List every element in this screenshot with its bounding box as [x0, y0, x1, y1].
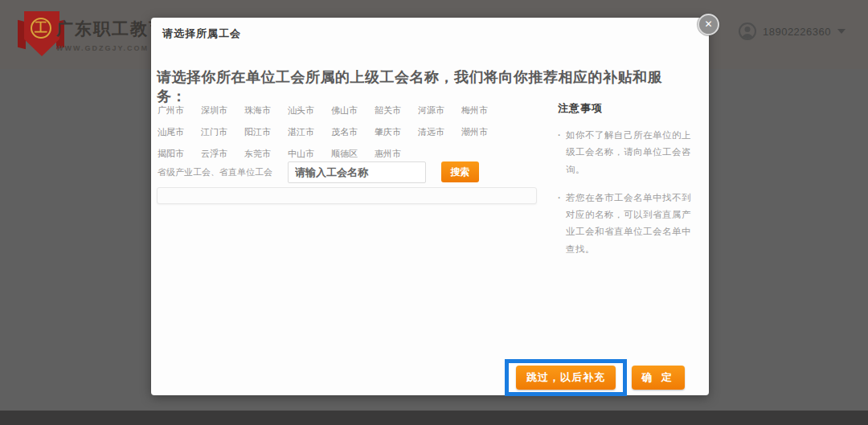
notes-panel: 注意事项 如你不了解自己所在单位的上级工会名称，请向单位工会咨询。 若您在各市工… [558, 101, 699, 269]
search-results-box [157, 187, 537, 204]
note-item: 若您在各市工会名单中找不到对应的名称，可以到省直属产业工会和省直单位工会名单中查… [558, 190, 699, 258]
city-link[interactable]: 云浮市 [201, 148, 244, 160]
user-account-dropdown[interactable]: 18902226360 [739, 22, 845, 40]
brand-block: 广东职工教育 WWW.GDZGJY.COM [56, 18, 157, 52]
brand-url: WWW.GDZGJY.COM [56, 44, 157, 52]
confirm-button[interactable]: 确 定 [632, 366, 685, 390]
provincial-union-label[interactable]: 省级产业工会、省直单位工会 [158, 166, 288, 178]
city-link[interactable]: 深圳市 [201, 104, 244, 116]
logo-gong-glyph: 工 [31, 18, 51, 39]
city-link[interactable]: 中山市 [288, 148, 331, 160]
city-link[interactable]: 潮州市 [461, 126, 505, 138]
skip-fill-later-button[interactable]: 跳过，以后补充 [516, 366, 616, 390]
page: 工 广东职工教育 WWW.GDZGJY.COM 18902226360 请选择所… [0, 0, 868, 425]
union-select-modal: 请选择所属工会 请选择你所在单位工会所属的上级工会名称，我们将向你推荐相应的补贴… [151, 18, 709, 395]
user-avatar-icon [739, 22, 756, 40]
city-link[interactable]: 肇庆市 [375, 126, 418, 138]
city-link[interactable]: 顺德区 [331, 148, 375, 160]
modal-title: 请选择所属工会 [162, 27, 241, 41]
city-link[interactable]: 茂名市 [331, 126, 375, 138]
city-link[interactable]: 梅州市 [461, 104, 505, 116]
note-item: 如你不了解自己所在单位的上级工会名称，请向单位工会咨询。 [558, 127, 699, 178]
city-link[interactable]: 惠州市 [375, 148, 418, 160]
city-link[interactable]: 清远市 [418, 126, 461, 138]
city-link[interactable]: 汕尾市 [158, 126, 201, 138]
close-icon[interactable]: ✕ [698, 14, 719, 35]
city-link[interactable]: 河源市 [418, 104, 461, 116]
notes-title: 注意事项 [558, 101, 699, 116]
site-footer-strip [0, 411, 868, 425]
modal-lead-text: 请选择你所在单位工会所属的上级工会名称，我们将向你推荐相应的补贴和服务： [157, 67, 687, 106]
city-link[interactable]: 佛山市 [331, 104, 375, 116]
brand-title: 广东职工教育 [56, 18, 157, 40]
city-link[interactable]: 阳江市 [244, 126, 288, 138]
annotation-highlight-box: 跳过，以后补充 [505, 359, 627, 396]
city-link[interactable]: 汕头市 [288, 104, 331, 116]
city-link[interactable]: 江门市 [201, 126, 244, 138]
user-phone-number: 18902226360 [763, 26, 831, 38]
city-link[interactable]: 东莞市 [244, 148, 288, 160]
city-link[interactable]: 珠海市 [244, 104, 288, 116]
city-link[interactable]: 韶关市 [375, 104, 418, 116]
city-link[interactable]: 广州市 [158, 104, 201, 116]
search-button[interactable]: 搜索 [441, 161, 479, 182]
city-link[interactable]: 揭阳市 [158, 148, 201, 160]
city-link[interactable]: 湛江市 [288, 126, 331, 138]
union-name-input[interactable] [288, 161, 426, 183]
union-search-row: 省级产业工会、省直单位工会 搜索 [158, 161, 527, 183]
city-union-list: 广州市 深圳市 珠海市 汕头市 佛山市 韶关市 河源市 梅州市 汕尾市 江门市 … [158, 104, 505, 170]
chevron-down-icon [837, 29, 845, 34]
